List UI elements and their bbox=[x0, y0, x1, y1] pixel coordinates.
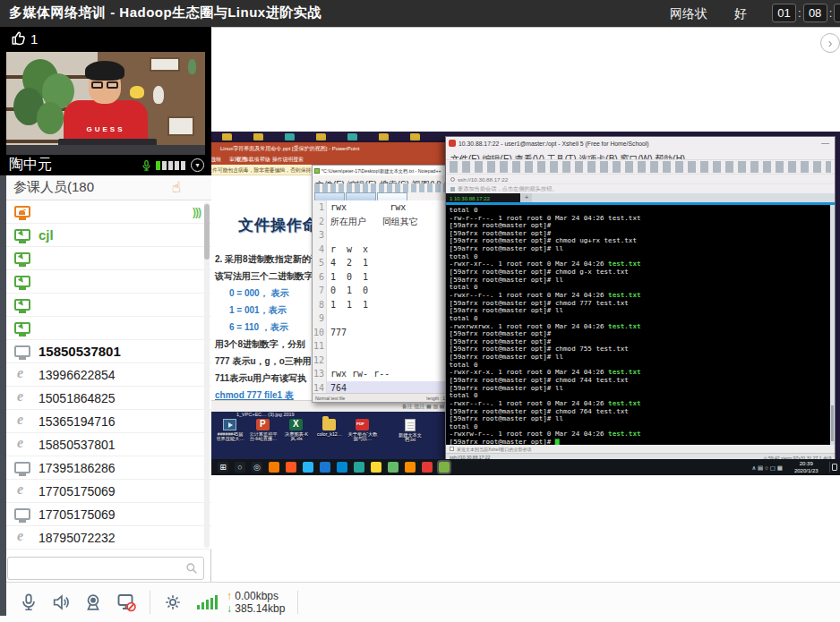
taskbar-app-icon[interactable] bbox=[354, 462, 364, 473]
participant-row[interactable]: 15365194716 ))) bbox=[6, 410, 211, 433]
taskbar-icons: ⊞○◎ bbox=[211, 462, 450, 473]
timer-colon: : bbox=[829, 6, 833, 20]
ppt-ribbon-tab[interactable]: 加载项 bbox=[244, 156, 259, 163]
editor-line: 12 bbox=[313, 354, 450, 368]
minimize-button[interactable]: — bbox=[821, 139, 829, 148]
screen-record-disabled-button[interactable] bbox=[116, 592, 137, 613]
speaker-button[interactable] bbox=[51, 592, 71, 612]
collapse-sidebar-button[interactable]: › bbox=[820, 33, 840, 53]
xshell-session-tab[interactable]: 1 10.30.88.17:22 bbox=[446, 193, 520, 202]
xshell-window[interactable]: 10.30.88.17:22 - user1@master:/opt - Xsh… bbox=[445, 136, 836, 459]
taskbar-app-icon[interactable] bbox=[371, 462, 381, 473]
tray-icons[interactable]: ∧ ▤ ○ ▢ ▦ bbox=[751, 464, 782, 470]
speaking-waves-icon: ))) bbox=[193, 206, 201, 218]
notification-center-icon[interactable] bbox=[829, 462, 837, 473]
webcam-button[interactable] bbox=[83, 592, 103, 612]
settings-button[interactable] bbox=[163, 592, 183, 612]
taskbar-app-icon[interactable]: ◎ bbox=[252, 462, 262, 473]
participant-row[interactable]: 15850537801 ))) bbox=[6, 340, 211, 363]
upload-rate: 0.00kbps bbox=[235, 590, 279, 602]
taskbar-app-icon[interactable] bbox=[388, 462, 399, 473]
participant-device-icon bbox=[14, 508, 30, 520]
notepad-window[interactable]: *C:\Users\peter-17\Desktop\新建文本文档.txt - … bbox=[312, 165, 450, 403]
participant-row[interactable]: 15850537801 ))) bbox=[6, 433, 211, 456]
search-input[interactable] bbox=[8, 558, 185, 578]
notepad-tab[interactable] bbox=[314, 192, 345, 200]
mic-button[interactable] bbox=[19, 592, 39, 612]
collapsed-panel-strip[interactable] bbox=[0, 175, 6, 616]
participant-scrollbar[interactable] bbox=[204, 202, 210, 548]
participant-row[interactable]: ))) bbox=[6, 317, 211, 340]
desktop-icon[interactable]: 决赛图表-K风.xls bbox=[279, 419, 313, 451]
xshell-tab-bar: 1 10.30.88.17:22 + bbox=[446, 193, 835, 202]
taskbar-app-icon[interactable] bbox=[405, 462, 416, 473]
desktop-icon[interactable]: ######45届世界技能大… bbox=[213, 419, 246, 451]
notepad-editor[interactable]: 1 rwx rwx 2 所在用户 同组其它 3 4 bbox=[313, 200, 450, 395]
desktop-top-icons bbox=[222, 133, 420, 141]
participant-device-icon bbox=[14, 252, 30, 264]
slide-text-line: 用3个8进制数字，分别 bbox=[215, 336, 320, 353]
desktop-icon-glyph bbox=[405, 419, 416, 431]
taskbar-app-icon[interactable] bbox=[269, 462, 279, 473]
participant-row[interactable]: ))) bbox=[6, 200, 211, 224]
taskbar-app-icon[interactable] bbox=[320, 462, 330, 473]
participant-row[interactable]: 13996622854 ))) bbox=[6, 363, 211, 387]
terminal[interactable]: total 0 -rw-r--r--. 1 root root 0 Mar 24… bbox=[446, 205, 835, 445]
slide-text-line: chmod 777 file1 表 bbox=[215, 387, 320, 400]
participant-list: ))) cjl ))) ))) ))) bbox=[6, 200, 211, 550]
participant-device-icon bbox=[14, 206, 30, 217]
desktop-folder-icon bbox=[316, 133, 326, 141]
taskbar-app-icon[interactable]: ○ bbox=[235, 462, 245, 473]
participant-device-icon bbox=[14, 462, 30, 473]
taskbar-app-icon[interactable] bbox=[439, 462, 450, 473]
notepad-tab-active[interactable] bbox=[377, 192, 407, 200]
desktop-icon[interactable]: 关于举办“大数据与以… bbox=[346, 419, 379, 451]
ppt-ribbon-tab[interactable]: ♀ 操作说明搜索 bbox=[267, 156, 304, 163]
participant-device-icon bbox=[14, 392, 30, 404]
clock-date: 2020/1/23 bbox=[793, 469, 818, 473]
participant-row[interactable]: cjl ))) bbox=[6, 224, 211, 247]
taskbar-app-icon[interactable] bbox=[337, 462, 347, 473]
slide-text-line: 777 表示u，g，o三种用 bbox=[215, 353, 320, 370]
terminal-scrollbar[interactable] bbox=[830, 205, 835, 445]
taskbar-app-icon[interactable] bbox=[422, 462, 433, 473]
taskbar-app-icon[interactable] bbox=[286, 462, 296, 473]
participant-row[interactable]: 17395186286 ))) bbox=[6, 456, 211, 480]
participant-row[interactable]: ))) bbox=[6, 294, 211, 317]
desk bbox=[6, 145, 205, 155]
terminal-line: [59afrx root@master opt]# chmod 744 test… bbox=[450, 376, 835, 384]
line-text: 0 1 0 bbox=[327, 284, 450, 298]
taskbar-app-icon[interactable] bbox=[303, 462, 313, 473]
editor-line: 8 1 1 1 bbox=[313, 298, 450, 312]
participant-row[interactable]: 17705175069 ))) bbox=[6, 503, 211, 526]
desktop-icon-label: 云计算监控平台-b站直播… bbox=[248, 432, 278, 441]
ppt-ribbon-tab[interactable]: 幻灯片放映 bbox=[211, 156, 221, 163]
desktop-icon[interactable]: 新建文本文档.txt bbox=[393, 419, 426, 451]
terminal-scrollbar-thumb[interactable] bbox=[831, 405, 834, 441]
participant-row[interactable]: ))) bbox=[6, 247, 211, 270]
desktop-folder-icon bbox=[379, 133, 389, 141]
presenter-video[interactable]: 1 GUESS bbox=[0, 27, 211, 175]
line-number: 6 bbox=[313, 270, 327, 285]
xshell-status-info: ⊙ 59:42 xterm 97x31 31,27 1 会话 bbox=[764, 456, 832, 459]
desktop-icon[interactable]: 云计算监控平台-b站直播… bbox=[246, 419, 279, 451]
mic-active-icon[interactable] bbox=[141, 158, 152, 173]
participant-row[interactable]: 18795072232 ))) bbox=[6, 526, 211, 550]
xshell-menu-items[interactable]: 文件(F) 编辑(E) 查看(V) 工具(T) 选项卡(B) 窗口(W) 帮助(… bbox=[450, 154, 685, 160]
participant-row[interactable]: 15051864825 ))) bbox=[6, 387, 211, 410]
notepad-tab[interactable] bbox=[346, 192, 376, 200]
new-tab-button[interactable]: + bbox=[521, 193, 532, 202]
participant-row[interactable]: 17705175069 ))) bbox=[6, 480, 211, 503]
raise-hand-icon[interactable]: ☝ bbox=[172, 178, 181, 197]
editor-line: 13 rwx rw- r-- bbox=[313, 367, 450, 381]
participant-row[interactable]: ))) bbox=[6, 270, 211, 294]
taskbar-app-icon[interactable]: ⊞ bbox=[218, 462, 228, 473]
terminal-line: -rwxr-xr-x. 1 root root 0 Mar 24 04:26 t… bbox=[450, 368, 835, 376]
desktop-icon[interactable]: color_k12… bbox=[313, 419, 346, 451]
video-options-dropdown[interactable]: ▾ bbox=[191, 158, 204, 172]
participant-name: cjl bbox=[39, 227, 54, 243]
scrollbar-thumb[interactable] bbox=[204, 204, 210, 260]
send-all-checkbox[interactable] bbox=[450, 447, 454, 451]
likes-indicator[interactable]: 1 bbox=[11, 30, 38, 47]
ppt-ribbon-tabs: 文件开始幻灯片放映审阅视图加载项帮助♀ 操作说明搜索 bbox=[211, 154, 448, 165]
